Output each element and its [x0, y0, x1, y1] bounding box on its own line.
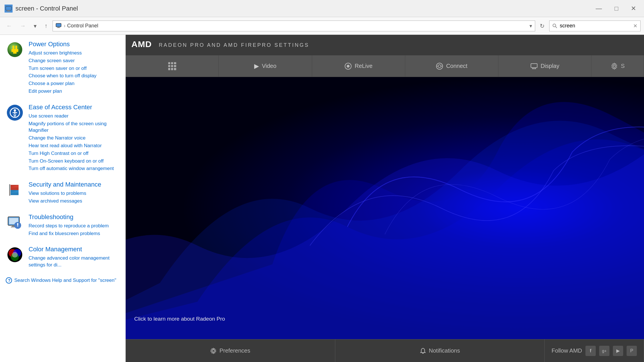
- choose-turn-off-link[interactable]: Choose when to turn off display: [29, 72, 120, 79]
- screen-reader-link[interactable]: Use screen reader: [29, 113, 120, 120]
- googleplus-icon[interactable]: g+: [599, 346, 609, 356]
- amd-nav-video[interactable]: ▶ Video: [219, 55, 312, 77]
- color-settings-link[interactable]: Change advanced color management setting…: [29, 255, 120, 268]
- troubleshooting-icon: [6, 213, 24, 232]
- svg-rect-0: [6, 6, 11, 10]
- narrator-read-link[interactable]: Hear text read aloud with Narrator: [29, 142, 120, 149]
- help-link[interactable]: ? Search Windows Help and Support for "s…: [6, 277, 120, 284]
- svg-text:?: ?: [8, 278, 11, 283]
- amd-nav-settings[interactable]: S: [591, 55, 644, 77]
- close-button[interactable]: ✕: [627, 4, 639, 13]
- help-icon: ?: [6, 277, 12, 284]
- search-field: ✕: [549, 21, 641, 31]
- back-button[interactable]: ←: [3, 21, 15, 31]
- svg-point-6: [553, 24, 556, 27]
- address-bar: ← → ▾ ↑ › Control Panel ▾ ↻ ✕: [0, 17, 644, 35]
- search-icon: [552, 23, 557, 29]
- troubleshooting-content: Troubleshooting Record steps to reproduc…: [29, 213, 120, 238]
- app-icon: [5, 5, 13, 13]
- preferences-label: Preferences: [219, 347, 250, 354]
- facebook-icon[interactable]: f: [585, 346, 596, 356]
- amd-nav-connect[interactable]: Connect: [405, 55, 498, 77]
- video-play-icon: ▶: [254, 62, 259, 70]
- svg-rect-1: [7, 10, 10, 11]
- address-dropdown-icon[interactable]: ▾: [529, 23, 532, 29]
- troubleshooting-item: Troubleshooting Record steps to reproduc…: [6, 213, 120, 238]
- narrator-voice-link[interactable]: Change the Narrator voice: [29, 135, 120, 141]
- svg-point-29: [17, 225, 18, 226]
- settings-label: S: [621, 63, 625, 69]
- change-screensaver-link[interactable]: Change screen saver: [29, 57, 120, 64]
- settings-icon: [611, 62, 618, 70]
- title-bar-left: screen - Control Panel: [5, 5, 78, 13]
- color-management-title[interactable]: Color Management: [29, 246, 120, 253]
- relive-label: ReLive: [355, 63, 372, 69]
- search-input[interactable]: [560, 23, 631, 29]
- refresh-button[interactable]: ↻: [537, 21, 547, 31]
- security-title[interactable]: Security and Maintenance: [29, 181, 120, 188]
- title-bar: screen - Control Panel — □ ✕: [0, 0, 644, 17]
- edit-power-plan-link[interactable]: Edit power plan: [29, 88, 120, 95]
- help-text: Search Windows Help and Support for "scr…: [14, 278, 116, 283]
- left-panel: Power Options Adjust screen brightness C…: [0, 35, 126, 362]
- adjust-brightness-link[interactable]: Adjust screen brightness: [29, 50, 120, 56]
- view-solutions-link[interactable]: View solutions to problems: [29, 190, 120, 197]
- connect-label: Connect: [446, 63, 468, 69]
- amd-nav-relive[interactable]: ReLive: [312, 55, 405, 77]
- troubleshooting-title[interactable]: Troubleshooting: [29, 213, 120, 221]
- svg-rect-5: [57, 27, 60, 28]
- follow-amd-section: Follow AMD f g+ ▶ P: [545, 339, 644, 362]
- power-options-icon: [6, 41, 24, 59]
- youtube-icon[interactable]: ▶: [613, 346, 623, 356]
- minimize-button[interactable]: —: [592, 4, 605, 13]
- ease-of-access-content: Ease of Access Center Use screen reader …: [29, 104, 120, 173]
- security-content: Security and Maintenance View solutions …: [29, 181, 120, 205]
- notifications-icon: [420, 348, 426, 354]
- svg-rect-2: [7, 11, 10, 11]
- svg-line-7: [555, 27, 557, 28]
- path-separator: ›: [64, 23, 65, 29]
- svg-rect-28: [17, 223, 18, 225]
- onscreen-keyboard-link[interactable]: Turn On-Screen keyboard on or off: [29, 158, 120, 165]
- svg-rect-4: [58, 27, 59, 27]
- power-options-title[interactable]: Power Options: [29, 41, 120, 48]
- color-management-icon: [6, 246, 24, 264]
- preferences-button[interactable]: Preferences: [126, 339, 335, 362]
- grid-icon: [168, 62, 176, 70]
- power-options-item: Power Options Adjust screen brightness C…: [6, 41, 120, 96]
- pinterest-icon[interactable]: P: [627, 346, 637, 356]
- high-contrast-link[interactable]: Turn High Contrast on or off: [29, 150, 120, 157]
- svg-rect-12: [13, 52, 17, 54]
- up-button[interactable]: ↑: [42, 21, 50, 31]
- ease-of-access-title[interactable]: Ease of Access Center: [29, 104, 120, 111]
- amd-nav-display[interactable]: Display: [498, 55, 591, 77]
- record-steps-link[interactable]: Record steps to reproduce a problem: [29, 223, 120, 229]
- address-field[interactable]: › Control Panel ▾: [53, 21, 535, 31]
- maximize-button[interactable]: □: [611, 4, 622, 13]
- notifications-button[interactable]: Notifications: [335, 339, 545, 362]
- color-management-item: Color Management Change advanced color m…: [6, 246, 120, 269]
- svg-point-48: [613, 65, 615, 67]
- amd-content[interactable]: Click to learn more about Radeon Pro: [126, 77, 644, 339]
- amd-nav-grid[interactable]: [126, 55, 219, 77]
- svg-text:AMD: AMD: [131, 39, 152, 49]
- main-area: Power Options Adjust screen brightness C…: [0, 35, 644, 362]
- dropdown-button[interactable]: ▾: [31, 21, 39, 31]
- window-arrangement-link[interactable]: Turn off automatic window arrangement: [29, 165, 120, 172]
- bluescreen-link[interactable]: Find and fix bluescreen problems: [29, 230, 120, 237]
- search-clear-icon[interactable]: ✕: [633, 23, 637, 29]
- path-control-panel: Control Panel: [67, 23, 98, 29]
- learn-more-text: Click to learn more about Radeon Pro: [134, 316, 225, 322]
- preferences-icon: [210, 348, 216, 354]
- power-options-content: Power Options Adjust screen brightness C…: [29, 41, 120, 96]
- choose-power-plan-link[interactable]: Choose a power plan: [29, 80, 120, 87]
- window-controls: — □ ✕: [592, 4, 639, 13]
- view-archived-link[interactable]: View archived messages: [29, 198, 120, 205]
- forward-button[interactable]: →: [17, 21, 29, 31]
- svg-point-41: [438, 65, 441, 68]
- display-icon: [530, 62, 538, 70]
- ease-of-access-icon: [6, 104, 24, 122]
- turn-screensaver-link[interactable]: Turn screen saver on or off: [29, 65, 120, 72]
- magnifier-link[interactable]: Magnify portions of the screen using Mag…: [29, 120, 120, 134]
- relive-icon: [344, 62, 352, 70]
